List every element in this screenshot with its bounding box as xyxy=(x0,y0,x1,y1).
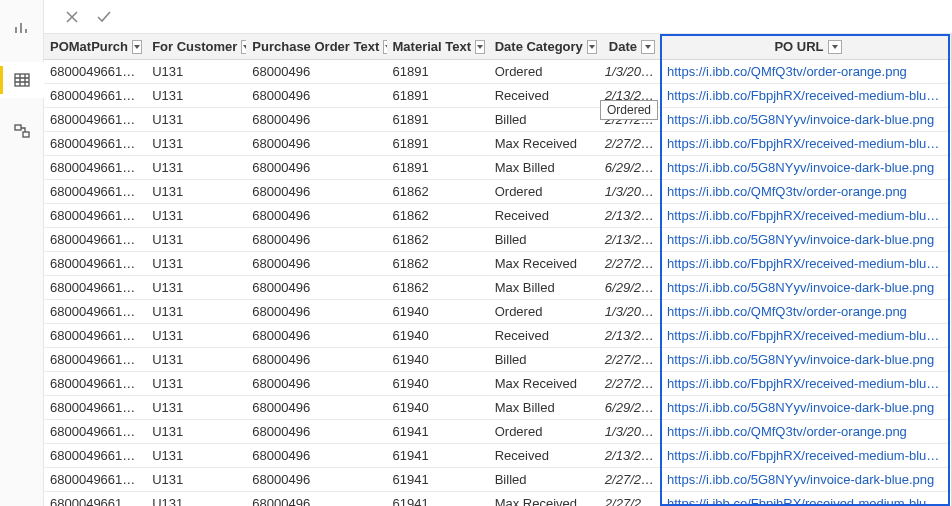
table-row[interactable]: 6800049661941U1316800049661941Received2/… xyxy=(44,444,952,468)
table-cell[interactable]: 68000496 xyxy=(246,324,386,348)
table-cell[interactable]: https://i.ibb.co/FbpjhRX/received-medium… xyxy=(661,252,952,276)
filter-dropdown-button[interactable] xyxy=(475,40,485,54)
table-cell[interactable]: 6800049661891 xyxy=(44,108,146,132)
table-cell[interactable]: 61940 xyxy=(387,372,489,396)
table-cell[interactable]: 2/13/2020 xyxy=(599,444,661,468)
table-cell[interactable]: U131 xyxy=(146,444,246,468)
table-cell[interactable]: 2/27/2020 xyxy=(599,252,661,276)
table-cell[interactable]: 6800049661862 xyxy=(44,204,146,228)
table-cell[interactable]: U131 xyxy=(146,132,246,156)
table-cell[interactable]: https://i.ibb.co/QMfQ3tv/order-orange.pn… xyxy=(661,300,952,324)
table-cell[interactable]: Billed xyxy=(489,468,599,492)
table-cell[interactable]: 6800049661940 xyxy=(44,372,146,396)
table-cell[interactable]: 1/3/2020 xyxy=(599,300,661,324)
table-cell[interactable]: 68000496 xyxy=(246,468,386,492)
table-cell[interactable]: 68000496 xyxy=(246,204,386,228)
table-cell[interactable]: https://i.ibb.co/FbpjhRX/received-medium… xyxy=(661,372,952,396)
table-row[interactable]: 6800049661941U1316800049661941Ordered1/3… xyxy=(44,420,952,444)
table-row[interactable]: 6800049661940U1316800049661940Max Billed… xyxy=(44,396,952,420)
table-cell[interactable]: U131 xyxy=(146,276,246,300)
table-cell[interactable]: 68000496 xyxy=(246,444,386,468)
table-cell[interactable]: Max Billed xyxy=(489,156,599,180)
table-cell[interactable]: 6800049661862 xyxy=(44,228,146,252)
table-cell[interactable]: 68000496 xyxy=(246,300,386,324)
filter-dropdown-button[interactable] xyxy=(828,40,842,54)
table-cell[interactable]: 6/29/2020 xyxy=(599,156,661,180)
column-header[interactable]: POMatPurch xyxy=(44,34,146,60)
table-cell[interactable]: Received xyxy=(489,324,599,348)
table-cell[interactable]: 61941 xyxy=(387,492,489,507)
table-cell[interactable]: https://i.ibb.co/5G8NYyv/invoice-dark-bl… xyxy=(661,108,952,132)
table-cell[interactable]: Billed xyxy=(489,108,599,132)
column-header[interactable]: Material Text xyxy=(387,34,489,60)
table-row[interactable]: 6800049661941U1316800049661941Max Receiv… xyxy=(44,492,952,507)
formula-input[interactable] xyxy=(126,5,938,29)
table-cell[interactable]: Received xyxy=(489,204,599,228)
table-cell[interactable]: U131 xyxy=(146,348,246,372)
column-header[interactable]: Date xyxy=(599,34,661,60)
table-cell[interactable]: 68000496 xyxy=(246,180,386,204)
table-cell[interactable]: Ordered xyxy=(489,60,599,84)
table-cell[interactable]: 68000496 xyxy=(246,252,386,276)
table-cell[interactable]: 1/3/2020 xyxy=(599,420,661,444)
table-cell[interactable]: 6800049661891 xyxy=(44,60,146,84)
table-cell[interactable]: 6800049661941 xyxy=(44,420,146,444)
table-cell[interactable]: 68000496 xyxy=(246,492,386,507)
report-view-button[interactable] xyxy=(0,10,44,46)
table-cell[interactable]: Max Received xyxy=(489,132,599,156)
column-header[interactable]: For Customer xyxy=(146,34,246,60)
table-cell[interactable]: 6800049661891 xyxy=(44,156,146,180)
table-cell[interactable]: Received xyxy=(489,84,599,108)
table-cell[interactable]: 61862 xyxy=(387,276,489,300)
table-cell[interactable]: 61862 xyxy=(387,180,489,204)
table-cell[interactable]: Max Received xyxy=(489,372,599,396)
table-row[interactable]: 6800049661891U1316800049661891Received2/… xyxy=(44,84,952,108)
table-cell[interactable]: 6800049661940 xyxy=(44,396,146,420)
table-cell[interactable]: https://i.ibb.co/QMfQ3tv/order-orange.pn… xyxy=(661,420,952,444)
filter-dropdown-button[interactable] xyxy=(641,40,655,54)
column-header[interactable]: PO URL xyxy=(661,34,952,60)
table-cell[interactable]: 61891 xyxy=(387,108,489,132)
commit-icon[interactable] xyxy=(94,7,114,27)
table-row[interactable]: 6800049661862U1316800049661862Max Billed… xyxy=(44,276,952,300)
table-cell[interactable]: 2/27/2020 xyxy=(599,132,661,156)
table-cell[interactable]: 6800049661940 xyxy=(44,300,146,324)
table-cell[interactable]: 1/3/2020 xyxy=(599,180,661,204)
table-cell[interactable]: 2/27/2020 xyxy=(599,108,661,132)
table-cell[interactable]: https://i.ibb.co/5G8NYyv/invoice-dark-bl… xyxy=(661,396,952,420)
table-cell[interactable]: 2/13/2020 xyxy=(599,228,661,252)
table-cell[interactable]: https://i.ibb.co/FbpjhRX/received-medium… xyxy=(661,204,952,228)
table-cell[interactable]: 68000496 xyxy=(246,420,386,444)
table-cell[interactable]: 6800049661862 xyxy=(44,180,146,204)
table-cell[interactable]: 6800049661862 xyxy=(44,276,146,300)
table-cell[interactable]: 2/27/2020 xyxy=(599,492,661,507)
table-cell[interactable]: 68000496 xyxy=(246,60,386,84)
table-cell[interactable]: 68000496 xyxy=(246,372,386,396)
table-cell[interactable]: https://i.ibb.co/5G8NYyv/invoice-dark-bl… xyxy=(661,228,952,252)
table-cell[interactable]: 6800049661862 xyxy=(44,252,146,276)
table-cell[interactable]: 61941 xyxy=(387,468,489,492)
table-cell[interactable]: Ordered xyxy=(489,300,599,324)
table-row[interactable]: 6800049661862U1316800049661862Received2/… xyxy=(44,204,952,228)
table-cell[interactable]: U131 xyxy=(146,396,246,420)
table-row[interactable]: 6800049661862U1316800049661862Ordered1/3… xyxy=(44,180,952,204)
table-cell[interactable]: 2/27/2020 xyxy=(599,468,661,492)
table-cell[interactable]: https://i.ibb.co/5G8NYyv/invoice-dark-bl… xyxy=(661,156,952,180)
table-cell[interactable]: https://i.ibb.co/FbpjhRX/received-medium… xyxy=(661,324,952,348)
table-cell[interactable]: 1/3/2020 xyxy=(599,60,661,84)
table-row[interactable]: 6800049661891U1316800049661891Ordered1/3… xyxy=(44,60,952,84)
table-cell[interactable]: https://i.ibb.co/5G8NYyv/invoice-dark-bl… xyxy=(661,276,952,300)
table-row[interactable]: 6800049661940U1316800049661940Max Receiv… xyxy=(44,372,952,396)
table-cell[interactable]: Billed xyxy=(489,348,599,372)
table-cell[interactable]: Billed xyxy=(489,228,599,252)
table-cell[interactable]: 6800049661940 xyxy=(44,348,146,372)
table-cell[interactable]: https://i.ibb.co/5G8NYyv/invoice-dark-bl… xyxy=(661,348,952,372)
table-cell[interactable]: 2/13/2020 xyxy=(599,324,661,348)
table-cell[interactable]: Max Billed xyxy=(489,396,599,420)
table-row[interactable]: 6800049661891U1316800049661891Max Billed… xyxy=(44,156,952,180)
table-row[interactable]: 6800049661862U1316800049661862Max Receiv… xyxy=(44,252,952,276)
table-cell[interactable]: 68000496 xyxy=(246,84,386,108)
table-cell[interactable]: 6800049661941 xyxy=(44,468,146,492)
table-cell[interactable]: 6800049661891 xyxy=(44,132,146,156)
table-cell[interactable]: 2/13/2020 xyxy=(599,204,661,228)
